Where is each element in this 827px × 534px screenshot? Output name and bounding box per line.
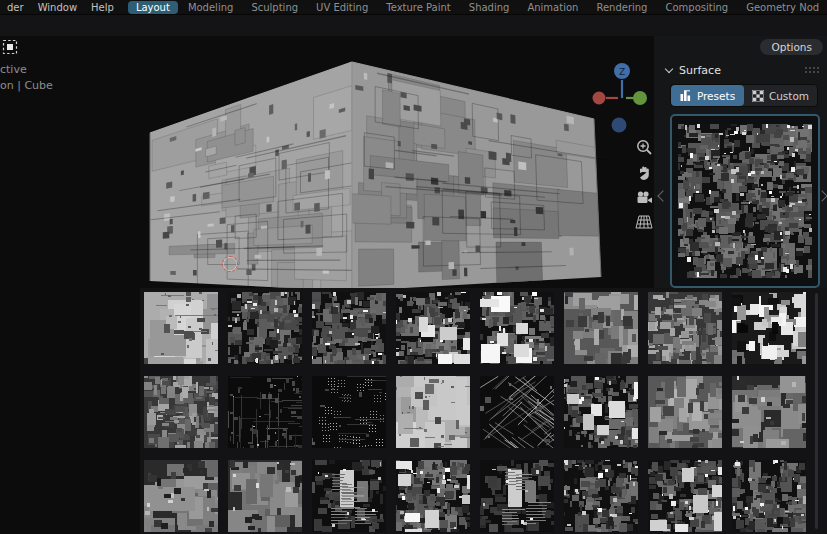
preset-thumbnail-9[interactable] xyxy=(144,376,218,448)
preset-thumbnail-2[interactable] xyxy=(228,292,302,364)
gizmo-minus-z-axis xyxy=(612,118,627,133)
toggle-orthographic-grid-icon[interactable] xyxy=(634,212,654,232)
grid-scrollbar[interactable] xyxy=(815,293,818,529)
preset-thumbnail-6[interactable] xyxy=(564,292,638,364)
greeble-cube-object[interactable] xyxy=(140,50,610,295)
preset-thumbnail-18[interactable] xyxy=(228,460,302,532)
active-object-text: on | Cube xyxy=(0,78,53,94)
preset-thumbnail-19[interactable] xyxy=(312,460,386,532)
viewport-info-text: ctive on | Cube xyxy=(0,62,53,94)
preset-preview-image xyxy=(678,124,812,278)
preset-thumbnail-16[interactable] xyxy=(732,376,806,448)
navigation-gizmo[interactable]: Z xyxy=(588,52,652,140)
object-origin-indicator xyxy=(222,256,238,272)
gizmo-y-axis xyxy=(633,91,647,105)
preset-thumbnail-1[interactable] xyxy=(144,292,218,364)
surface-panel-header[interactable]: Surface xyxy=(664,64,819,77)
panel-drag-grip-icon[interactable] xyxy=(805,67,819,75)
preset-thumbnail-12[interactable] xyxy=(396,376,470,448)
panel-title: Surface xyxy=(679,64,721,77)
cube-render xyxy=(140,50,610,295)
preset-thumbnail-14[interactable] xyxy=(564,376,638,448)
preset-preview[interactable] xyxy=(670,114,820,288)
select-box-tool-icon[interactable] xyxy=(2,39,18,55)
preset-thumbnail-15[interactable] xyxy=(648,376,722,448)
options-button[interactable]: Options xyxy=(760,39,823,55)
camera-view-icon[interactable] xyxy=(634,187,654,207)
preset-grid xyxy=(140,288,827,534)
preset-thumbnail-7[interactable] xyxy=(648,292,722,364)
preset-thumbnail-23[interactable] xyxy=(648,460,722,532)
presets-icon xyxy=(680,90,692,101)
svg-text:Z: Z xyxy=(619,67,625,77)
tab-presets[interactable]: Presets xyxy=(671,85,744,106)
gizmo-x-axis xyxy=(593,92,606,105)
viewport-header: de ViewSelectAddObject Global xyxy=(0,14,827,38)
surface-mode-tabs: Presets Custom xyxy=(670,84,818,107)
checkerboard-icon xyxy=(752,90,764,102)
panel-collapse-chevron-icon xyxy=(665,65,673,73)
preset-thumbnail-4[interactable] xyxy=(396,292,470,364)
preset-thumbnail-21[interactable] xyxy=(480,460,554,532)
sidebar-n-panel: Options Surface Presets Custom xyxy=(654,36,827,288)
view-name-text: ctive xyxy=(0,62,53,78)
preset-thumbnail-20[interactable] xyxy=(396,460,470,532)
preset-thumbnail-5[interactable] xyxy=(480,292,554,364)
previous-preset-chevron-icon[interactable] xyxy=(657,190,668,201)
preset-thumbnail-22[interactable] xyxy=(564,460,638,532)
preset-thumbnail-10[interactable] xyxy=(228,376,302,448)
preset-thumbnail-11[interactable] xyxy=(312,376,386,448)
preset-thumbnail-17[interactable] xyxy=(144,460,218,532)
pan-view-hand-icon[interactable] xyxy=(634,162,654,182)
preset-thumbnail-3[interactable] xyxy=(312,292,386,364)
preset-thumbnail-8[interactable] xyxy=(732,292,806,364)
preset-thumbnail-24[interactable] xyxy=(732,460,806,532)
tab-custom[interactable]: Custom xyxy=(744,85,817,106)
zoom-view-icon[interactable] xyxy=(634,137,654,157)
preset-thumbnail-13[interactable] xyxy=(480,376,554,448)
workspace-tab-animation[interactable]: Animation xyxy=(519,1,586,14)
